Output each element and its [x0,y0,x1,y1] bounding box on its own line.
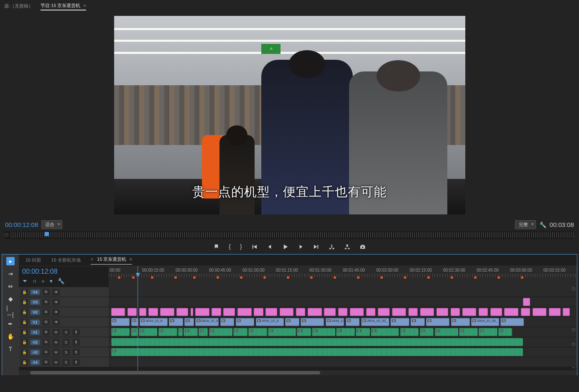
track-label[interactable]: A1 [31,330,40,335]
clip[interactable] [451,308,460,316]
play-button[interactable] [282,244,288,250]
snapshot-button[interactable] [360,244,366,250]
clip[interactable]: fx [400,328,419,336]
clip[interactable] [212,308,221,316]
magnet-icon[interactable]: ∩ [33,278,36,284]
voice-button[interactable]: 🎙 [72,339,80,346]
clip[interactable]: fx [158,328,177,336]
clip[interactable] [296,308,305,316]
mute-button[interactable]: M [52,359,60,366]
linked-select-icon[interactable]: ⟐ [41,278,45,284]
timeline-marker[interactable] [174,276,177,279]
clip[interactable] [338,308,347,316]
eye-button[interactable]: 👁 [52,309,60,316]
timeline-marker[interactable] [240,276,242,279]
clip[interactable] [265,308,277,316]
clip[interactable] [366,308,375,316]
settings-icon[interactable]: 🔧 [58,278,64,284]
mute-button[interactable]: M [52,339,60,346]
clip[interactable]: fx [248,328,267,336]
clip[interactable] [533,308,547,316]
timeline-marker[interactable] [497,276,500,279]
lock-button[interactable]: 🔓 [20,299,28,305]
clip[interactable] [191,308,193,316]
clip[interactable] [504,308,518,316]
lift-button[interactable] [329,244,335,250]
timeline-marker[interactable] [193,276,196,279]
lock-button[interactable]: 🔓 [20,359,28,366]
clip[interactable] [462,308,477,316]
clip[interactable]: fx [498,328,513,336]
tab-source[interactable]: 源:（无剪辑） [4,2,33,10]
clip[interactable] [350,308,364,316]
clip[interactable]: fx [371,328,399,336]
type-tool[interactable]: T [6,345,15,353]
solo-button[interactable]: S [62,339,70,346]
track-label[interactable]: V2 [31,310,40,315]
ripple-tool[interactable]: ⇔ [6,282,15,290]
lock-button[interactable]: 🔓 [20,329,28,336]
clip[interactable]: fx [131,328,138,336]
timeline-marker[interactable] [217,276,219,279]
track-content[interactable] [109,307,577,317]
timeline-marker[interactable] [334,276,336,279]
clip[interactable]: fx [390,318,409,326]
clip[interactable] [563,308,570,316]
sync-button[interactable]: ⧉ [42,299,50,305]
clip[interactable]: fx [111,318,130,326]
timeline-marker[interactable] [521,276,523,279]
quality-select[interactable]: 完整 [515,220,536,229]
sync-button[interactable]: ⧉ [42,319,50,326]
settings-icon[interactable]: 🔧 [539,221,546,228]
clip[interactable] [479,308,488,316]
extract-button[interactable] [344,244,350,250]
eye-button[interactable]: 👁 [52,319,60,326]
track-content[interactable]: fxfxfx2019_12_0fxfxfx2019_12_02_fxfxfx20… [109,317,577,327]
clip[interactable]: fx2019_12_03_ [471,318,499,326]
clip[interactable]: fx2019_12_0 [140,318,168,326]
clip[interactable]: fx [435,328,458,336]
clip[interactable] [408,308,418,316]
track-label[interactable]: V3 [31,300,40,305]
clip[interactable] [324,308,336,316]
track-content[interactable]: fxfxfxfxfxfxfxfxfxfxfxfxfxfxfxfxfxfxfxfx… [109,327,577,337]
clip[interactable] [521,308,530,316]
track-label[interactable]: A2 [31,340,40,345]
pen-tool[interactable]: ✒ [6,320,15,328]
track-label[interactable]: V1 [31,320,40,325]
track-content[interactable] [109,357,577,367]
timeline-marker[interactable] [451,276,453,279]
goto-in-button[interactable] [251,244,258,250]
clip[interactable]: fx [236,318,255,326]
clip[interactable]: fx [285,318,299,326]
step-forward-button[interactable] [298,244,304,250]
timeline-marker[interactable] [310,276,313,279]
track-zoom-dot[interactable] [572,287,575,290]
tab-program[interactable]: 节目:15 京东退货机 ≡ [41,2,86,10]
slip-tool[interactable]: |↔| [6,307,15,316]
voice-button[interactable]: 🎙 [72,329,80,336]
sync-button[interactable]: ⧉ [42,309,50,316]
seq-menu-icon[interactable]: ≡ [129,257,132,262]
clip[interactable]: fx [268,328,296,336]
clip[interactable] [128,308,137,316]
track-label[interactable]: A4 [31,360,40,365]
clip[interactable]: fx [220,318,235,326]
clip[interactable] [160,308,174,316]
track-zoom-dot[interactable] [572,367,575,369]
step-back-button[interactable] [267,244,273,250]
monitor-ruler[interactable] [5,231,574,239]
eye-button[interactable]: 👁 [52,299,60,305]
timeline-marker[interactable] [151,276,153,279]
sync-button[interactable]: ⧉ [42,339,50,346]
voice-button[interactable]: 🎙 [72,359,80,366]
timeline-marker[interactable] [132,276,135,279]
clip[interactable]: fx [459,328,478,336]
marker-icon[interactable]: ▾ [50,278,53,284]
solo-button[interactable]: S [62,349,70,356]
track-label[interactable]: A3 [31,350,40,355]
timeline-marker[interactable] [287,276,289,279]
solo-button[interactable]: S [62,329,70,336]
track-zoom-dot[interactable] [572,343,575,346]
tab-menu-icon[interactable]: ≡ [83,3,86,8]
